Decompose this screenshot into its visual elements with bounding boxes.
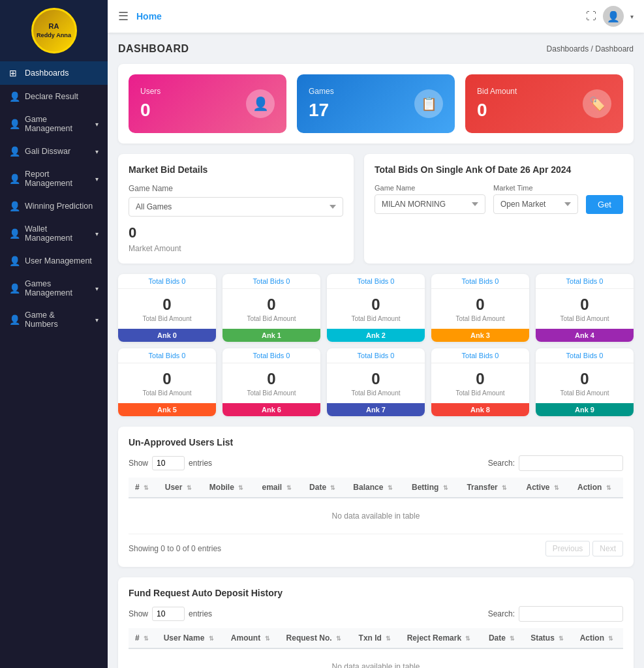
search-area-1: Search: [488, 455, 623, 471]
col-balance: Balance ⇅ [346, 478, 405, 498]
ank-body-7: 0 Total Bid Amount [327, 363, 425, 403]
ank-header-1: Total Bids 0 [222, 274, 320, 289]
search-input-2[interactable] [519, 606, 623, 622]
table-row: No data available in table [129, 498, 623, 534]
sidebar-item-dashboards[interactable]: ⊞ Dashboards [0, 61, 108, 85]
table-controls-2: Show entries Search: [129, 606, 623, 622]
sidebar-item-label: Declare Result [25, 92, 78, 101]
ank-sublabel-3: Total Bid Amount [435, 315, 525, 322]
market-bid-panel: Market Bid Details Game Name All Games M… [118, 154, 354, 264]
sidebar-item-label: Dashboards [25, 68, 69, 78]
next-button-1[interactable]: Next [592, 541, 623, 556]
user-icon: 👤 [9, 119, 20, 129]
chevron-down-icon: ▾ [95, 316, 99, 324]
ank-header-6: Total Bids 0 [222, 348, 320, 363]
ank-body-8: 0 Total Bid Amount [431, 363, 529, 403]
col-amount: Amount ⇅ [224, 628, 280, 648]
ank-card-0: Total Bids 0 0 Total Bid Amount Ank 0 [118, 274, 216, 342]
col-hash: # ⇅ [129, 478, 159, 498]
search-input-1[interactable] [519, 455, 623, 471]
games-icon: 📋 [414, 89, 443, 118]
breadcrumb-current: Dashboard [595, 44, 634, 53]
table-row: No data available in table [129, 648, 623, 668]
avatar[interactable]: 👤 [603, 6, 624, 27]
grid-icon: ⊞ [9, 68, 20, 78]
ank-card-4: Total Bids 0 0 Total Bid Amount Ank 4 [536, 274, 634, 342]
table-controls-1: Show entries Search: [129, 455, 623, 471]
no-data-2: No data available in table [129, 648, 623, 668]
topnav-right: ⛶ 👤 ▾ [586, 6, 634, 27]
users-icon: 👤 [246, 89, 275, 118]
game-name-select[interactable]: All Games Milan Morning Milan Day [129, 197, 343, 217]
menu-icon[interactable]: ☰ [118, 9, 129, 23]
fund-request-table: # ⇅ User Name ⇅ Amount ⇅ Request No. ⇅ T… [129, 628, 623, 668]
sidebar-item-label: Games Management [25, 279, 90, 297]
main-wrapper: ☰ Home ⛶ 👤 ▾ DASHBOARD Dashboards / Dash… [108, 0, 644, 668]
ank-grid: Total Bids 0 0 Total Bid Amount Ank 0 To… [118, 274, 634, 416]
ank-body-0: 0 Total Bid Amount [118, 289, 216, 329]
col-betting: Betting ⇅ [405, 478, 460, 498]
expand-icon[interactable]: ⛶ [586, 10, 596, 22]
sidebar-item-declare-result[interactable]: 👤 Declare Result [0, 85, 108, 108]
game-name-select-2[interactable]: MILAN MORNING MILAN DAY MILAN EVENING [375, 194, 485, 214]
market-time-select[interactable]: Open Market Close Market [493, 194, 578, 214]
get-button[interactable]: Get [586, 195, 623, 214]
ank-header-5: Total Bids 0 [118, 348, 216, 363]
sidebar-item-label: Report Management [25, 170, 90, 188]
stats-container: Users 0 👤 Games 17 📋 Bid Amount 0 🏷️ [118, 64, 634, 144]
sidebar-item-games-management[interactable]: 👤 Games Management ▾ [0, 273, 108, 304]
unapproved-users-section: Un-Approved Users List Show entries Sear… [118, 427, 634, 567]
col-username: User Name ⇅ [157, 628, 224, 648]
ank-sublabel-9: Total Bid Amount [540, 389, 630, 397]
sidebar-item-winning-prediction[interactable]: 👤 Winning Prediction [0, 194, 108, 218]
ank-value-1: 0 [226, 296, 316, 314]
ank-body-1: 0 Total Bid Amount [222, 289, 320, 329]
market-amount-label: Market Amount [129, 244, 343, 253]
ank-value-8: 0 [435, 370, 525, 388]
stat-value-games: 17 [309, 100, 334, 121]
ank-footer-4: Ank 4 [536, 329, 634, 342]
ank-body-2: 0 Total Bid Amount [327, 289, 425, 329]
sidebar-item-gali-disswar[interactable]: 👤 Gali Disswar ▾ [0, 140, 108, 163]
col-date: Date ⇅ [303, 478, 346, 498]
ank-footer-2: Ank 2 [327, 329, 425, 342]
col-action: Action ⇅ [571, 478, 623, 498]
ank-value-0: 0 [122, 296, 212, 314]
col-active: Active ⇅ [520, 478, 571, 498]
ank-value-3: 0 [435, 296, 525, 314]
ank-value-6: 0 [226, 370, 316, 388]
home-link[interactable]: Home [136, 11, 162, 22]
chevron-down-icon: ▾ [95, 175, 99, 183]
user-icon: 👤 [9, 283, 20, 294]
game-name-label: Game Name [129, 184, 343, 193]
sidebar-item-label: Gali Disswar [25, 147, 70, 156]
entries-label-2: entries [189, 609, 212, 618]
market-time-group: Market Time Open Market Close Market [493, 184, 578, 214]
stat-card-left-users: Users 0 [140, 87, 161, 121]
ank-header-8: Total Bids 0 [431, 348, 529, 363]
entries-select-2[interactable] [152, 607, 185, 621]
sidebar-item-game-management[interactable]: 👤 Game Management ▾ [0, 108, 108, 140]
ank-footer-6: Ank 6 [222, 403, 320, 416]
chevron-down-icon: ▾ [95, 148, 99, 155]
stat-card-games: Games 17 📋 [297, 74, 455, 133]
user-dropdown-icon[interactable]: ▾ [630, 13, 634, 20]
user-icon: 👤 [9, 201, 20, 211]
sidebar-item-user-management[interactable]: 👤 User Management [0, 249, 108, 273]
sidebar-item-label: Winning Prediction [25, 202, 93, 211]
col-hash-2: # ⇅ [129, 628, 157, 648]
show-label-1: Show [129, 459, 148, 468]
sidebar-item-wallet-management[interactable]: 👤 Wallet Management ▾ [0, 218, 108, 249]
show-label-2: Show [129, 609, 148, 618]
table-controls-left-2: Show entries [129, 607, 212, 621]
unapproved-table: # ⇅ User ⇅ Mobile ⇅ email ⇅ Date ⇅ Balan… [129, 478, 623, 534]
ank-value-9: 0 [540, 370, 630, 388]
search-label-2: Search: [488, 609, 515, 618]
sidebar-item-game-numbers[interactable]: 👤 Game & Numbers ▾ [0, 304, 108, 335]
entries-select-1[interactable] [152, 456, 185, 470]
ank-sublabel-7: Total Bid Amount [331, 389, 421, 397]
ank-card-2: Total Bids 0 0 Total Bid Amount Ank 2 [327, 274, 425, 342]
sidebar-item-report-management[interactable]: 👤 Report Management ▾ [0, 163, 108, 194]
prev-button-1[interactable]: Previous [545, 541, 590, 556]
stat-label-bid: Bid Amount [477, 87, 517, 96]
